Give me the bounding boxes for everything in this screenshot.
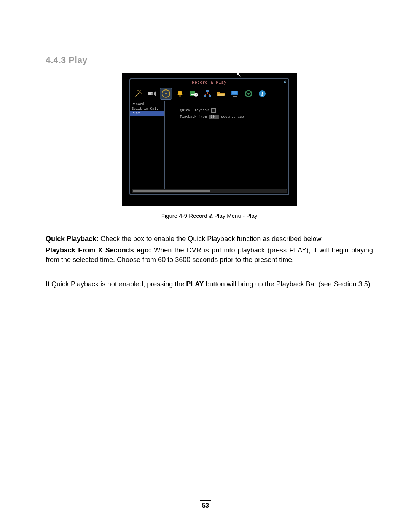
svg-line-23 <box>207 94 210 95</box>
term-quick-playback: Quick Playback: <box>46 235 99 243</box>
svg-point-8 <box>163 94 164 95</box>
sidebar-item-builtin-cal[interactable]: Built-in Cal. <box>130 107 164 111</box>
dvr-screenshot: ↖ Record & Play × <box>122 73 297 206</box>
dvr-content-panel: Quick Playback Playback from 60 seconds … <box>165 101 288 190</box>
svg-point-7 <box>165 91 167 92</box>
schedule-icon[interactable] <box>188 88 199 99</box>
quick-playback-label: Quick Playback <box>180 109 209 112</box>
playback-from-suffix: seconds ago <box>221 115 244 119</box>
dvr-titlebar: Record & Play × <box>130 79 288 86</box>
bell-icon[interactable] <box>174 88 186 99</box>
playback-seconds-input[interactable]: 60 <box>209 115 219 119</box>
window-title: Record & Play <box>192 81 226 85</box>
wand-icon[interactable] <box>132 88 144 99</box>
svg-line-3 <box>138 90 139 91</box>
svg-rect-27 <box>233 96 237 97</box>
svg-rect-14 <box>191 94 194 95</box>
dvr-window: Record & Play × <box>129 78 289 195</box>
svg-point-29 <box>247 93 250 95</box>
svg-rect-26 <box>234 96 236 96</box>
svg-rect-25 <box>232 91 237 94</box>
svg-rect-13 <box>191 93 194 93</box>
paragraph-playback-from: Playback From X Seconds ago: When the DV… <box>46 246 373 264</box>
sidebar-item-record[interactable]: Record <box>130 102 164 107</box>
svg-line-22 <box>205 94 207 95</box>
svg-line-1 <box>140 91 140 91</box>
camera-icon[interactable] <box>146 88 158 99</box>
monitor-icon[interactable] <box>229 88 241 99</box>
network-icon[interactable] <box>202 88 213 99</box>
gear-icon[interactable] <box>243 88 254 99</box>
scrollbar[interactable] <box>132 189 287 193</box>
dvr-sidebar: Record Built-in Cal. Play <box>130 101 165 190</box>
quick-playback-checkbox[interactable] <box>211 108 216 113</box>
paragraph-quick-playback: Quick Playback: Check the box to enable … <box>46 234 373 243</box>
playback-from-label: Playback from <box>180 115 207 119</box>
term-playback-from: Playback From X Seconds ago: <box>46 246 151 254</box>
figure: ↖ Record & Play × <box>46 73 373 208</box>
folder-icon[interactable] <box>215 88 227 99</box>
page-number: 53 <box>0 500 411 509</box>
paragraph-note: If Quick Playback is not enabled, pressi… <box>46 280 373 289</box>
svg-text:i: i <box>261 91 263 97</box>
svg-rect-18 <box>206 90 209 92</box>
info-icon[interactable]: i <box>256 88 268 99</box>
svg-line-2 <box>140 93 141 93</box>
term-play: PLAY <box>186 280 204 288</box>
cursor-icon: ↖ <box>237 72 241 78</box>
svg-point-5 <box>151 93 153 95</box>
svg-point-9 <box>167 94 169 95</box>
close-icon[interactable]: × <box>284 80 287 85</box>
figure-caption: Figure 4-9 Record & Play Menu - Play <box>46 212 373 219</box>
reel-icon[interactable] <box>160 88 172 100</box>
svg-point-11 <box>179 95 181 97</box>
svg-line-0 <box>135 93 139 96</box>
dvr-toolbar: i <box>130 86 288 101</box>
svg-point-10 <box>165 93 167 94</box>
sidebar-item-play[interactable]: Play <box>130 111 164 116</box>
scrollbar-thumb[interactable] <box>133 190 210 192</box>
svg-rect-20 <box>209 95 211 97</box>
svg-rect-19 <box>204 95 206 97</box>
section-heading: 4.4.3 Play <box>46 55 373 66</box>
